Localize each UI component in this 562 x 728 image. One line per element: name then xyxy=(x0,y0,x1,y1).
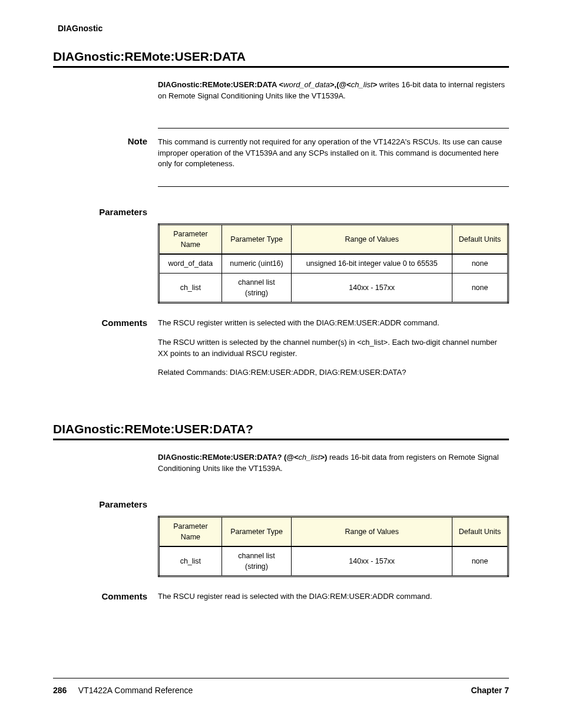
syntax2-b2: >) xyxy=(320,453,327,462)
section-title-1: DIAGnostic:REMote:USER:DATA xyxy=(53,50,509,68)
page-number: 286 xyxy=(53,686,67,695)
td: channel list (string) xyxy=(222,273,292,302)
syntax1-b1: DIAGnostic:REMote:USER:DATA < xyxy=(158,80,283,89)
td: none xyxy=(452,546,508,577)
syntax1-i2: ch_list xyxy=(351,80,373,89)
syntax1-b2: >,(@< xyxy=(330,80,351,89)
params-label-2: Parameters xyxy=(53,499,158,509)
th: Default Units xyxy=(452,516,508,546)
th: Range of Values xyxy=(292,225,452,255)
th: Parameter Name xyxy=(159,516,222,546)
table-row: word_of_data numeric (uint16) unsigned 1… xyxy=(159,254,508,273)
syntax2-i1: ch_list xyxy=(299,453,320,462)
td: word_of_data xyxy=(159,254,222,273)
td: 140xx - 157xx xyxy=(292,273,452,302)
comments-row-2: Comments The RSCU register read is selec… xyxy=(53,591,509,611)
comment-text: The RSCU written is selected by the chan… xyxy=(158,337,509,360)
section-title-2: DIAGnostic:REMote:USER:DATA? xyxy=(53,422,509,440)
td: unsigned 16-bit integer value 0 to 65535 xyxy=(292,254,452,273)
th: Parameter Name xyxy=(159,225,222,255)
params-label-1: Parameters xyxy=(53,207,158,217)
table-header-row: Parameter Name Parameter Type Range of V… xyxy=(159,516,508,546)
syntax-row-1: DIAGnostic:REMote:USER:DATA <word_of_dat… xyxy=(53,80,509,113)
syntax1-i1: word_of_data xyxy=(283,80,330,89)
note-text: This command is currently not required f… xyxy=(158,137,502,169)
params-row-2: Parameters Parameter Name Parameter Type… xyxy=(53,499,509,592)
note-row: Note This command is currently not requi… xyxy=(53,128,509,202)
th: Parameter Type xyxy=(222,225,292,255)
note-label: Note xyxy=(53,128,158,146)
comment-text: The RSCU register read is selected with … xyxy=(158,591,509,602)
table-row: ch_list channel list (string) 140xx - 15… xyxy=(159,273,508,302)
comments-label-2: Comments xyxy=(53,591,158,601)
comment-text: The RSCU register written is selected wi… xyxy=(158,318,509,329)
footer-left-text: VT1422A Command Reference xyxy=(78,686,193,695)
running-header: DIAGnostic xyxy=(58,24,509,33)
comment-text: Related Commands: DIAG:REM:USER:ADDR, DI… xyxy=(158,367,509,378)
syntax-row-2: DIAGnostic:REMote:USER:DATA? (@<ch_list>… xyxy=(53,452,509,485)
comments-label-1: Comments xyxy=(53,318,158,328)
td: numeric (uint16) xyxy=(222,254,292,273)
params-row-1: Parameters Parameter Name Parameter Type… xyxy=(53,207,509,318)
footer-rule xyxy=(53,678,509,678)
footer: 286 VT1422A Command Reference Chapter 7 xyxy=(53,686,509,695)
td: 140xx - 157xx xyxy=(292,546,452,577)
td: ch_list xyxy=(159,273,222,302)
th: Parameter Type xyxy=(222,516,292,546)
table-row: ch_list channel list (string) 140xx - 15… xyxy=(159,546,508,577)
params-table-1: Parameter Name Parameter Type Range of V… xyxy=(158,223,509,304)
td: ch_list xyxy=(159,546,222,577)
footer-right-text: Chapter 7 xyxy=(471,686,509,695)
comments-row-1: Comments The RSCU register written is se… xyxy=(53,318,509,387)
td: none xyxy=(452,273,508,302)
params-table-2: Parameter Name Parameter Type Range of V… xyxy=(158,516,509,578)
td: none xyxy=(452,254,508,273)
syntax2-b1: DIAGnostic:REMote:USER:DATA? (@< xyxy=(158,453,299,462)
th: Range of Values xyxy=(292,516,452,546)
table-header-row: Parameter Name Parameter Type Range of V… xyxy=(159,225,508,255)
th: Default Units xyxy=(452,225,508,255)
td: channel list (string) xyxy=(222,546,292,577)
note-box: This command is currently not required f… xyxy=(158,128,509,187)
